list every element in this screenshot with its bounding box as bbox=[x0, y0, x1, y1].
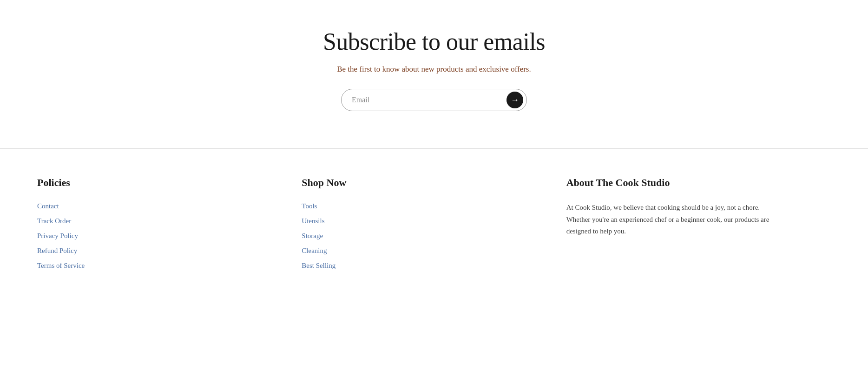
refund-policy-link[interactable]: Refund Policy bbox=[37, 247, 77, 254]
cleaning-link[interactable]: Cleaning bbox=[302, 247, 327, 254]
shop-links: Tools Utensils Storage Cleaning Best Sel… bbox=[302, 202, 547, 270]
terms-of-service-link[interactable]: Terms of Service bbox=[37, 262, 85, 269]
policies-column: Policies Contact Track Order Privacy Pol… bbox=[37, 177, 302, 270]
email-input[interactable] bbox=[341, 89, 527, 111]
utensils-link[interactable]: Utensils bbox=[302, 217, 324, 225]
list-item: Terms of Service bbox=[37, 261, 283, 270]
email-submit-button[interactable]: → bbox=[506, 92, 523, 108]
about-column: About The Cook Studio At Cook Studio, we… bbox=[566, 177, 831, 270]
shop-now-column: Shop Now Tools Utensils Storage Cleaning… bbox=[302, 177, 566, 270]
email-form: → bbox=[341, 89, 527, 111]
storage-link[interactable]: Storage bbox=[302, 232, 323, 239]
list-item: Privacy Policy bbox=[37, 232, 283, 240]
privacy-policy-link[interactable]: Privacy Policy bbox=[37, 232, 78, 239]
subscribe-title: Subscribe to our emails bbox=[323, 28, 545, 55]
list-item: Tools bbox=[302, 202, 547, 210]
policies-heading: Policies bbox=[37, 177, 283, 189]
subscribe-section: Subscribe to our emails Be the first to … bbox=[0, 0, 868, 148]
list-item: Refund Policy bbox=[37, 246, 283, 255]
tools-link[interactable]: Tools bbox=[302, 202, 317, 210]
about-text: At Cook Studio, we believe that cooking … bbox=[566, 202, 780, 238]
subscribe-subtitle: Be the first to know about new products … bbox=[337, 65, 531, 74]
list-item: Track Order bbox=[37, 217, 283, 225]
shop-now-heading: Shop Now bbox=[302, 177, 547, 189]
list-item: Storage bbox=[302, 232, 547, 240]
list-item: Best Selling bbox=[302, 261, 547, 270]
about-heading: About The Cook Studio bbox=[566, 177, 812, 189]
best-selling-link[interactable]: Best Selling bbox=[302, 262, 335, 269]
footer: Policies Contact Track Order Privacy Pol… bbox=[0, 149, 868, 298]
contact-link[interactable]: Contact bbox=[37, 202, 59, 210]
list-item: Contact bbox=[37, 202, 283, 210]
list-item: Cleaning bbox=[302, 246, 547, 255]
policies-links: Contact Track Order Privacy Policy Refun… bbox=[37, 202, 283, 270]
list-item: Utensils bbox=[302, 217, 547, 225]
track-order-link[interactable]: Track Order bbox=[37, 217, 71, 225]
